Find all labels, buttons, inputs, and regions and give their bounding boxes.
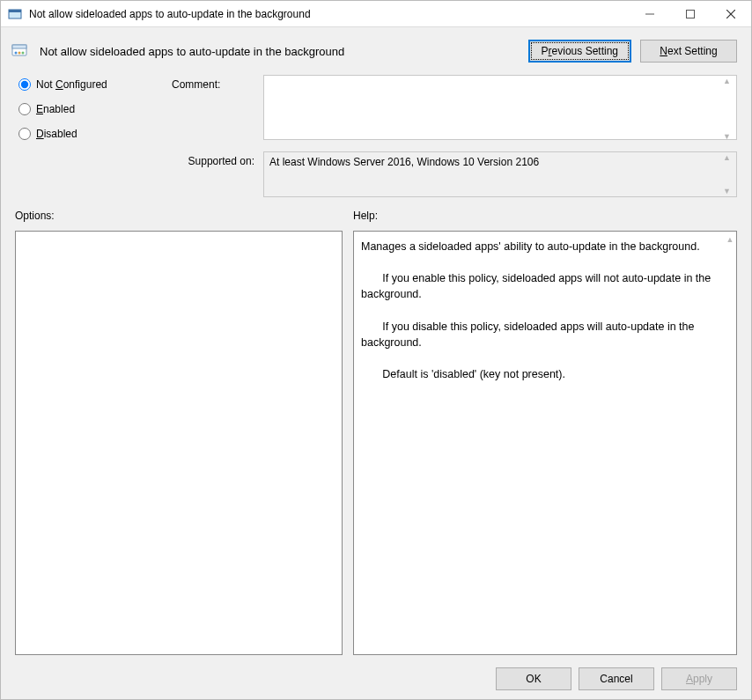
svg-point-10 [22, 52, 25, 55]
supported-label: Supported on: [172, 151, 260, 197]
options-pane [15, 231, 343, 655]
radio-not-configured-input[interactable] [18, 78, 31, 91]
config-area: Not Configured Enabled Disabled Comment:… [10, 71, 742, 208]
maximize-button[interactable] [670, 1, 711, 26]
scroll-down-icon: ▼ [723, 132, 735, 141]
ok-button[interactable]: OK [496, 667, 571, 690]
radio-not-configured[interactable]: Not Configured [18, 78, 168, 91]
cancel-button[interactable]: Cancel [579, 667, 654, 690]
svg-line-5 [726, 10, 735, 18]
radio-label: Enabled [36, 103, 75, 115]
dialog-footer: OK Cancel Apply [10, 662, 742, 692]
comment-textarea[interactable] [263, 75, 737, 140]
dialog-body: Not allow sideloaded apps to auto-update… [1, 27, 751, 699]
window-title: Not allow sideloaded apps to auto-update… [27, 8, 630, 20]
radio-label: Disabled [36, 128, 77, 140]
pane-labels: Options: Help: [10, 208, 742, 225]
supported-scrollbar: ▲▼ [723, 153, 735, 195]
close-button[interactable] [711, 1, 751, 26]
svg-rect-1 [9, 10, 21, 12]
state-radios: Not Configured Enabled Disabled [18, 75, 168, 197]
apply-button[interactable]: Apply [661, 667, 737, 690]
svg-point-9 [18, 52, 21, 55]
scroll-up-icon: ▲ [726, 235, 734, 244]
comment-scrollbar[interactable]: ▲▼ [723, 77, 735, 141]
next-setting-button[interactable]: Next Setting [640, 40, 737, 63]
titlebar: Not allow sideloaded apps to auto-update… [1, 1, 751, 27]
minimize-button[interactable] [630, 1, 670, 26]
previous-setting-button[interactable]: Previous Setting [528, 40, 631, 63]
supported-on-text: At least Windows Server 2016, Windows 10… [269, 156, 539, 168]
policy-icon [11, 43, 27, 59]
svg-point-8 [15, 52, 18, 55]
help-pane: Manages a sideloaded apps' ability to au… [353, 231, 737, 655]
comment-label: Comment: [172, 75, 260, 143]
svg-rect-3 [687, 10, 695, 18]
radio-label: Not Configured [36, 78, 107, 91]
radio-enabled-input[interactable] [18, 103, 31, 115]
help-label: Help: [353, 210, 737, 222]
policy-header: Not allow sideloaded apps to auto-update… [10, 36, 742, 71]
app-icon [8, 7, 22, 21]
window-buttons [630, 1, 751, 26]
radio-disabled-input[interactable] [18, 128, 31, 140]
svg-rect-7 [12, 45, 26, 48]
policy-title: Not allow sideloaded apps to auto-update… [36, 45, 520, 58]
panes: Manages a sideloaded apps' ability to au… [10, 225, 742, 662]
help-text: Manages a sideloaded apps' ability to au… [354, 232, 724, 654]
svg-line-4 [726, 10, 735, 18]
options-label: Options: [15, 210, 343, 222]
scroll-up-icon: ▲ [723, 77, 735, 85]
supported-on-box: At least Windows Server 2016, Windows 10… [263, 151, 737, 197]
scroll-up-icon: ▲ [723, 153, 735, 162]
radio-enabled[interactable]: Enabled [18, 103, 168, 115]
scroll-down-icon: ▼ [723, 187, 735, 195]
help-scrollbar[interactable]: ▲ [724, 232, 736, 654]
radio-disabled[interactable]: Disabled [18, 128, 168, 140]
